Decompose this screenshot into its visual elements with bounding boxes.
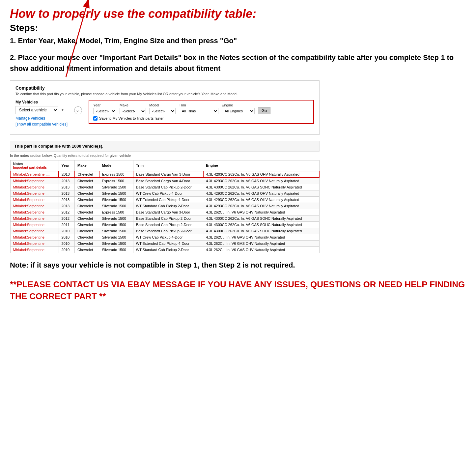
go-button[interactable]: Go (258, 107, 270, 114)
notes-cell: Mfrlabel:Serpentine .... (10, 171, 59, 178)
compatibility-title: Compatibility (15, 85, 314, 91)
make-field: Make -Select- (120, 103, 146, 114)
engine-cell: 4.3L 4293CC 262Cu. In. V6 GAS OHV Natura… (203, 196, 319, 203)
model-cell: Express 1500 (99, 171, 133, 178)
table-row: Mfrlabel:Serpentine ...2010ChevroletSilv… (10, 240, 319, 246)
compatibility-subtitle: To confirm that this part fits your vehi… (15, 92, 314, 96)
year-select[interactable]: -Select- (93, 108, 116, 114)
make-cell: Chevrolet (75, 184, 99, 190)
make-cell: Chevrolet (75, 221, 99, 228)
engine-cell: 4.3L 4293CC 262Cu. In. V6 GAS OHV Natura… (203, 178, 319, 184)
make-cell: Chevrolet (75, 203, 99, 209)
model-cell: Silverado 1500 (99, 228, 133, 234)
year-field: Year -Select- (93, 103, 116, 114)
trim-cell: Base Standard Cab Pickup 2-Door (133, 215, 203, 221)
make-cell: Chevrolet (75, 240, 99, 246)
step2-text: 2. Place your mouse over "Important Part… (10, 52, 466, 74)
model-cell: Silverado 1500 (99, 190, 133, 196)
make-select[interactable]: -Select- (120, 108, 146, 114)
year-cell: 2013 (59, 178, 75, 184)
model-cell: Silverado 1500 (99, 240, 133, 246)
trim-cell: Base Standard Cargo Van 3-Door (133, 209, 203, 215)
select-vehicle-dropdown[interactable]: Select a vehicle (15, 106, 58, 114)
table-row: Mfrlabel:Serpentine ....2013ChevroletExp… (10, 171, 319, 178)
model-cell: Silverado 1500 (99, 234, 133, 240)
make-cell: Chevrolet (75, 234, 99, 240)
notes-cell: Mfrlabel:Serpentine ... (10, 203, 59, 209)
engine-cell: 4.3L 4300CC 262Cu. In. V6 GAS SOHC Natur… (203, 228, 319, 234)
notes-cell: Mfrlabel:Serpentine ... (10, 246, 59, 253)
engine-cell: 4.3L 262Cu. In. V6 GAS OHV Naturally Asp… (203, 234, 319, 240)
table-row: Mfrlabel:Serpentine ...2010ChevroletSilv… (10, 246, 319, 253)
trim-field: Trim All Trims (179, 103, 218, 114)
year-cell: 2013 (59, 171, 75, 178)
model-cell: Silverado 1500 (99, 215, 133, 221)
engine-cell: 4.3L 262Cu. In. V6 GAS OHV Naturally Asp… (203, 240, 319, 246)
model-field: Model -Select- (149, 103, 176, 114)
table-row: Mfrlabel:Serpentine ...2011ChevroletSilv… (10, 221, 319, 228)
save-checkbox-row: Save to My Vehicles to finds parts faste… (93, 116, 309, 121)
year-cell: 2010 (59, 246, 75, 253)
make-column-header: Make (75, 160, 99, 171)
table-row: Mfrlabel:Serpentine ...2012ChevroletSilv… (10, 215, 319, 221)
engine-column-header: Engine (203, 160, 319, 171)
engine-cell: 4.3L 4293CC 262Cu. In. V6 GAS OHV Natura… (203, 190, 319, 196)
year-cell: 2013 (59, 190, 75, 196)
model-column-header: Model (99, 160, 133, 171)
trim-cell: Base Standard Cab Pickup 2-Door (133, 228, 203, 234)
compatibility-table: Notes Important part details Year Make M… (10, 160, 320, 253)
make-cell: Chevrolet (75, 178, 99, 184)
my-vehicles-label: My Vehicles (15, 100, 68, 104)
make-cell: Chevrolet (75, 246, 99, 253)
or-divider: or (74, 106, 82, 114)
notes-cell: Mfrlabel:Serpentine ... (10, 209, 59, 215)
make-cell: Chevrolet (75, 171, 99, 178)
model-cell: Express 1500 (99, 209, 133, 215)
year-cell: 2012 (59, 209, 75, 215)
year-cell: 2013 (59, 184, 75, 190)
trim-cell: WT Crew Cab Pickup 4-Door (133, 190, 203, 196)
trim-cell: WT Standard Cab Pickup 2-Door (133, 203, 203, 209)
manage-vehicles-link[interactable]: Manage vehicles (15, 116, 68, 121)
year-cell: 2013 (59, 203, 75, 209)
notes-cell: Mfrlabel:Serpentine ... (10, 228, 59, 234)
table-row: Mfrlabel:Serpentine ...2013ChevroletSilv… (10, 196, 319, 203)
notes-cell: Mfrlabel:Serpentine ... (10, 221, 59, 228)
trim-select[interactable]: All Trims (179, 108, 218, 114)
trim-label: Trim (179, 103, 218, 107)
model-cell: Silverado 1500 (99, 203, 133, 209)
make-cell: Chevrolet (75, 228, 99, 234)
make-cell: Chevrolet (75, 209, 99, 215)
engine-cell: 4.3L 4300CC 262Cu. In. V6 GAS SOHC Natur… (203, 221, 319, 228)
year-column-header: Year (59, 160, 75, 171)
trim-cell: Base Standard Cargo Van 4-Door (133, 178, 203, 184)
table-row: Mfrlabel:Serpentine ...2013ChevroletSilv… (10, 184, 319, 190)
notes-cell: Mfrlabel:Serpentine ... (10, 234, 59, 240)
model-cell: Silverado 1500 (99, 246, 133, 253)
save-vehicles-checkbox[interactable] (93, 116, 98, 121)
model-label: Model (149, 103, 176, 107)
step1-text: 1. Enter Year, Make, Model, Trim, Engine… (10, 36, 466, 46)
model-cell: Express 1500 (99, 178, 133, 184)
table-row: Mfrlabel:Serpentine ...2013ChevroletSilv… (10, 203, 319, 209)
engine-field: Engine All Engines (222, 103, 255, 114)
make-label: Make (120, 103, 146, 107)
year-cell: 2013 (59, 196, 75, 203)
trim-cell: Base Standard Cargo Van 3-Door (133, 171, 203, 178)
notes-cell: Mfrlabel:Serpentine ... (10, 196, 59, 203)
vehicles-form: My Vehicles Select a vehicle ▼ Manage ve… (15, 100, 314, 127)
model-cell: Silverado 1500 (99, 184, 133, 190)
show-all-link[interactable]: [show all compatible vehicles] (15, 122, 68, 127)
trim-column-header: Trim (133, 160, 203, 171)
compatibility-section: Compatibility To confirm that this part … (10, 80, 320, 135)
notes-cell: Mfrlabel:Serpentine ... (10, 240, 59, 246)
engine-select[interactable]: All Engines (222, 108, 255, 114)
ymm-section: Year -Select- Make -Select- Model (89, 100, 314, 124)
year-cell: 2012 (59, 215, 75, 221)
engine-cell: 4.3L 262Cu. In. V6 GAS OHV Naturally Asp… (203, 246, 319, 253)
notes-column-header: Notes Important part details (10, 160, 59, 171)
year-cell: 2010 (59, 240, 75, 246)
model-cell: Silverado 1500 (99, 221, 133, 228)
model-select[interactable]: -Select- (149, 108, 176, 114)
table-row: Mfrlabel:Serpentine ...2012ChevroletExpr… (10, 209, 319, 215)
